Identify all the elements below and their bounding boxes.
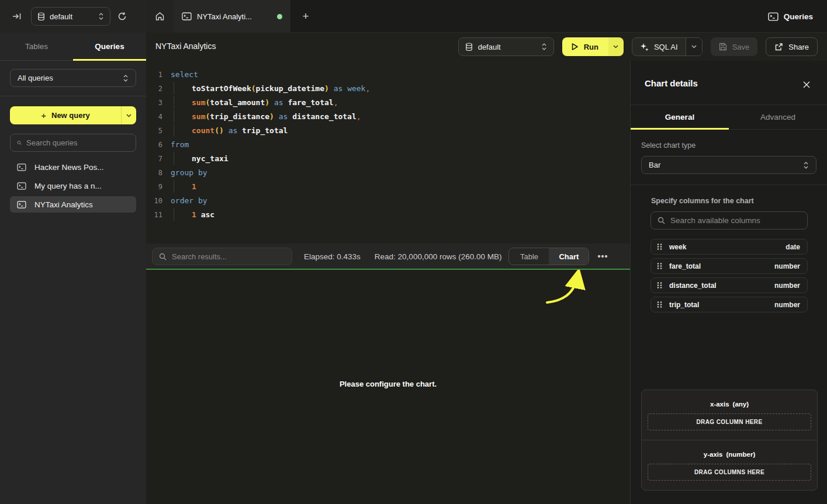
new-query-dropdown[interactable] — [121, 106, 136, 124]
column-type: date — [786, 243, 800, 251]
sql-ai-label: SQL AI — [654, 43, 678, 51]
console-icon — [17, 182, 26, 190]
query-name: NYTaxi Analytics — [34, 200, 93, 209]
unsaved-changes-dot — [277, 14, 282, 19]
x-axis-dropzone[interactable]: DRAG COLUMN HERE — [648, 413, 811, 430]
y-axis-label: y-axis(number) — [648, 451, 811, 458]
top-bar: default NYTaxi Analyti. — [0, 0, 827, 33]
query-filter-value: All queries — [18, 74, 123, 82]
close-icon[interactable] — [801, 79, 812, 90]
annotation-arrow — [526, 270, 596, 317]
column-type: number — [774, 262, 800, 270]
run-button-main[interactable]: Run — [562, 37, 608, 56]
more-options-icon[interactable]: ••• — [595, 249, 610, 264]
database-icon — [465, 43, 473, 51]
tab-general[interactable]: General — [631, 105, 729, 129]
query-search-box[interactable] — [10, 134, 136, 152]
column-type: number — [774, 281, 800, 290]
active-tab-underline — [631, 128, 729, 130]
topbar-database-value: default — [50, 12, 94, 21]
column-row-fare-total[interactable]: fare_total number — [650, 258, 808, 274]
chevron-updown-icon — [98, 12, 104, 20]
y-axis-dropzone[interactable]: DRAG COLUMNS HERE — [648, 464, 811, 481]
results-search-input[interactable] — [172, 252, 285, 261]
rows-read-stat: Read: 20,000,000 rows (260.00 MB) — [375, 252, 502, 261]
drag-handle-icon — [657, 262, 662, 270]
y-axis-section: y-axis(number) DRAG COLUMNS HERE — [642, 440, 817, 490]
code-line: 91 — [146, 180, 630, 194]
column-row-trip-total[interactable]: trip_total number — [650, 297, 808, 312]
sidebar-tab-queries[interactable]: Queries — [73, 33, 146, 60]
sql-ai-dropdown[interactable] — [686, 38, 702, 55]
chevron-down-icon — [691, 45, 697, 48]
toolbar-database-value: default — [478, 43, 536, 51]
sidebar: Tables Queries All queries + New query — [0, 33, 146, 504]
chart-details-panel: Chart details General Advanced Select ch… — [630, 61, 827, 504]
tab-home[interactable] — [146, 0, 174, 33]
chart-type-value: Bar — [649, 161, 803, 169]
x-axis-label: x-axis(any) — [648, 401, 811, 408]
query-list-item-selected[interactable]: NYTaxi Analytics — [10, 196, 136, 213]
refresh-icon[interactable] — [114, 8, 130, 25]
toolbar-database-select[interactable]: default — [458, 37, 554, 56]
sidebar-tab-tables[interactable]: Tables — [0, 33, 73, 60]
panel-header: Chart details — [631, 61, 827, 105]
results-search-box[interactable] — [152, 248, 292, 265]
database-icon — [37, 12, 45, 21]
code-line: 7nyc_taxi — [146, 152, 630, 166]
code-line: 5count() as trip_total — [146, 124, 630, 138]
query-name: Hacker News Pos... — [34, 163, 104, 172]
chevron-updown-icon — [123, 74, 129, 82]
query-filter-select[interactable]: All queries — [10, 69, 136, 87]
column-name: distance_total — [669, 281, 767, 290]
query-toolbar: default Run — [458, 37, 818, 56]
new-query-button[interactable]: + New query — [10, 106, 136, 124]
run-dropdown[interactable] — [608, 37, 624, 56]
new-query-main[interactable]: + New query — [10, 110, 121, 120]
home-icon — [155, 12, 165, 21]
chart-pane: Please configure the chart. — [146, 270, 630, 504]
share-icon — [774, 43, 783, 51]
chart-type-select[interactable]: Bar — [641, 156, 816, 174]
collapse-sidebar-icon[interactable] — [8, 8, 26, 25]
sql-code: 1select2toStartOfWeek(pickup_datetime) a… — [146, 68, 630, 222]
x-axis-section: x-axis(any) DRAG COLUMN HERE — [642, 390, 817, 440]
query-search-input[interactable] — [26, 138, 129, 147]
query-list-item[interactable]: Hacker News Pos... — [10, 159, 136, 175]
column-row-week[interactable]: week date — [650, 239, 808, 255]
results-toolbar: Elapsed: 0.433s Read: 20,000,000 rows (2… — [146, 244, 630, 269]
save-button[interactable]: Save — [711, 37, 758, 56]
sql-ai-main[interactable]: SQL AI — [632, 38, 686, 55]
code-line: 4sum(trip_distance) as distance_total, — [146, 110, 630, 124]
columns-search-box[interactable] — [650, 211, 808, 230]
panel-tabs: General Advanced — [631, 105, 827, 130]
view-toggle-table[interactable]: Table — [509, 248, 549, 265]
query-list-item[interactable]: My query has a n... — [10, 178, 136, 194]
share-label: Share — [788, 43, 809, 51]
play-icon — [571, 43, 579, 51]
query-search-section — [0, 124, 146, 159]
tab-nytaxi-analytics[interactable]: NYTaxi Analyti... — [174, 0, 290, 33]
run-button[interactable]: Run — [562, 37, 624, 56]
new-query-section: + New query — [0, 96, 146, 124]
chevron-updown-icon — [541, 43, 547, 51]
share-button[interactable]: Share — [766, 37, 818, 56]
console-icon — [17, 201, 26, 208]
topbar-database-select[interactable]: default — [31, 7, 110, 26]
column-row-distance-total[interactable]: distance_total number — [650, 277, 808, 293]
y-axis-constraint: (number) — [726, 451, 755, 458]
sql-ai-button[interactable]: SQL AI — [632, 37, 703, 56]
new-tab-button[interactable]: + — [297, 8, 314, 25]
drag-handle-icon — [657, 281, 662, 289]
drag-handle-icon — [657, 301, 662, 308]
sql-editor[interactable]: 1select2toStartOfWeek(pickup_datetime) a… — [146, 61, 630, 244]
view-toggle-chart[interactable]: Chart — [549, 248, 589, 265]
save-label: Save — [732, 43, 750, 51]
chevron-down-icon — [613, 45, 618, 48]
view-toggle: Table Chart — [508, 248, 589, 265]
console-icon — [17, 164, 26, 171]
tab-advanced[interactable]: Advanced — [729, 105, 827, 129]
columns-search-input[interactable] — [670, 216, 801, 225]
query-filter-section: All queries — [0, 61, 146, 96]
topbar-queries-button[interactable]: Queries — [768, 8, 813, 25]
